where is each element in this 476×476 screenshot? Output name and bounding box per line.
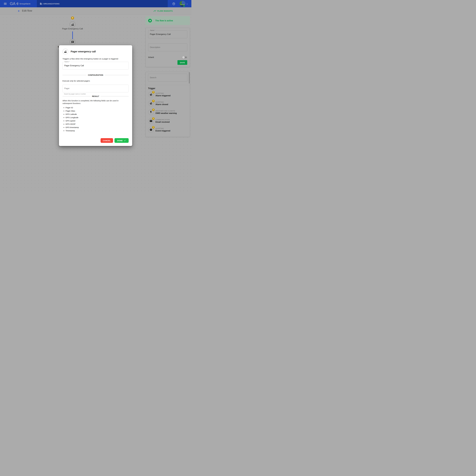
trigger-item-event-triggered[interactable]: ALERTING Event triggered [148,125,187,134]
result-fields-list: Pager ID Pager Alias GPS Latitude GPS Lo… [63,106,129,133]
trigger-category: COMMUNICATION [155,119,170,120]
dialog-name-label: Name * [64,61,70,63]
menu-icon[interactable] [4,3,7,5]
lightning-badge-icon [152,100,155,102]
flow-connector [72,31,73,40]
dialog-title: Pager emergency call [71,50,96,53]
top-navigation-bar: GA GroupAlarm ORGANIZATIONS [0,0,191,7]
dialog-name-value: Pager Emergency Call [64,65,84,67]
flow-description-field[interactable]: Description [148,43,187,51]
trigger-category: ALERTING [155,101,168,103]
trigger-item-dwd-weather-warning[interactable]: WEATHER AND CLIMATE DWD weather warning [148,108,187,117]
flow-name-value: Pager Emergency Call [150,33,171,35]
trigger-title: Alarm closed [155,103,168,106]
pager-icon [63,49,68,54]
trigger-title: Event triggered [155,130,170,132]
result-field: GPS Longitude [66,117,129,119]
flow-settings-panel: Name * Pager Emergency Call Description … [145,28,190,67]
done-label: DONE [117,139,123,142]
check-icon [124,139,126,142]
trigger-lightning-badge [71,17,74,19]
trigger-title: Alarm triggered [155,94,170,97]
flow-active-text: The flow is active [155,19,173,22]
trigger-title: Email received [155,121,170,123]
inherit-label: Inherit [148,56,154,59]
pager-search-field[interactable]: Pager [63,85,129,92]
trigger-library-panel: Search Trigger ALERTING Alarm triggered … [145,72,190,137]
sidebar-scrollbar[interactable] [189,72,189,84]
signal-arcs-icon [16,1,18,6]
flow-active-banner: The flow is active [145,16,190,25]
building-icon [40,2,42,5]
pause-icon[interactable] [148,19,152,22]
result-field: Timestamp [66,130,129,132]
lightning-badge-icon [152,91,155,93]
node-message[interactable] [69,39,76,45]
lightning-icon [148,109,154,115]
alert-octagon-icon [148,127,154,133]
lightning-badge-icon [152,117,155,120]
result-field: Pager ID [66,106,129,109]
trigger-category: ALERTING [155,128,170,129]
lightning-badge-icon [152,108,155,111]
result-field: GPS timestamp [66,126,129,129]
help-icon[interactable] [172,2,175,5]
groupalarm-logo[interactable]: GA GroupAlarm [10,1,30,6]
execute-text: Execute only for selected pagers [63,80,129,82]
library-search-field[interactable]: Search [148,74,187,82]
inherit-toggle[interactable] [183,56,187,58]
result-field: GPS HDOP [66,123,129,125]
page-title: Edit flow [22,9,32,12]
nav-organizations[interactable]: ORGANIZATIONS [37,0,168,7]
flame-icon [148,92,154,98]
result-label: RESULT [92,95,99,97]
configuration-divider: CONFIGURATION [63,74,129,76]
flame-icon [148,101,154,106]
trigger-item-alarm-closed[interactable]: ALERTING Alarm closed [148,99,187,108]
envelope-icon [148,118,154,124]
chevron-down-icon[interactable] [186,3,188,4]
timeline-icon [153,10,156,12]
page-header: Edit flow FLOW INSIGHTS [0,7,191,15]
cancel-button[interactable]: CANCEL [101,138,113,143]
flow-name-field[interactable]: Name * Pager Emergency Call [148,30,187,38]
pager-icon [71,23,74,26]
result-note: When this function is completed, the fol… [63,99,129,105]
brand-name: GroupAlarm [19,3,31,5]
result-field: GPS speed [66,120,129,122]
configuration-label: CONFIGURATION [88,74,103,76]
result-field: GPS Latitude [66,113,129,115]
dialog-name-field[interactable]: Name * Pager Emergency Call [63,62,129,69]
pager-emergency-call-dialog: Pager emergency call Triggers a flow whe… [59,45,132,146]
trigger-category: ALERTING [155,92,170,94]
flow-description-placeholder: Description [150,46,160,49]
chat-icon [71,41,74,44]
node-pager-emergency-call[interactable] [69,21,76,27]
trigger-title: DWD weather warning [155,112,177,114]
pager-helper-text: Search by pager name or number [64,93,129,95]
online-status-dot [183,5,185,7]
flow-name-label: Name * [150,30,156,31]
trigger-item-email-received[interactable]: COMMUNICATION Email received [148,117,187,125]
save-button[interactable]: SAVE [177,60,187,65]
trigger-section-title: Trigger [148,87,187,90]
lightning-badge-icon [152,126,155,129]
pager-placeholder: Pager [64,87,69,90]
result-field: Pager Alias [66,110,129,112]
flow-insights-button[interactable]: FLOW INSIGHTS [153,10,173,12]
dialog-description: Triggers a flow when the emergency butto… [63,57,129,60]
flow-insights-label: FLOW INSIGHTS [157,10,173,12]
back-arrow-icon[interactable] [17,10,20,13]
library-search-placeholder: Search [150,76,156,79]
done-button[interactable]: DONE [115,138,129,143]
node-label: Pager Emergency Call [54,28,91,30]
result-divider: RESULT [63,95,129,97]
trigger-category: WEATHER AND CLIMATE [155,110,177,112]
nav-organizations-label: ORGANIZATIONS [43,3,60,5]
trigger-item-alarm-triggered[interactable]: ALERTING Alarm triggered [148,90,187,99]
